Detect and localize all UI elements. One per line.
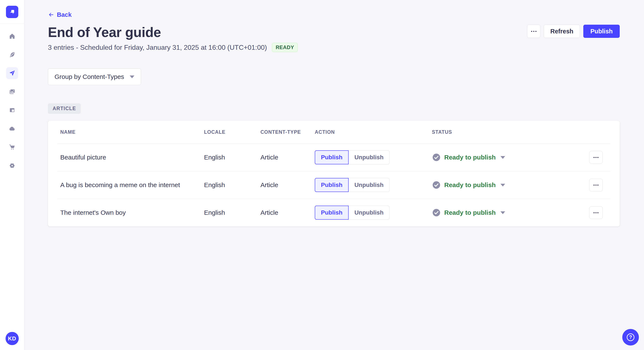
- release-details-page: KD Back End of Year guide Refresh Publis…: [0, 0, 644, 350]
- back-label: Back: [57, 11, 72, 18]
- strapi-logo[interactable]: [6, 6, 18, 18]
- question-mark-icon: ?: [627, 334, 634, 341]
- sidebar: KD: [0, 0, 24, 350]
- publish-toggle-button[interactable]: Publish: [315, 150, 348, 164]
- entry-name: A bug is becoming a meme on the internet: [60, 181, 204, 189]
- release-subtitle: 3 entries - Scheduled for Friday, Januar…: [48, 42, 267, 52]
- group-by-select[interactable]: Group by Content-Types: [48, 68, 141, 85]
- header-actions: Refresh Publish: [527, 25, 620, 38]
- entry-content-type: Article: [260, 181, 315, 189]
- back-link[interactable]: Back: [48, 11, 72, 18]
- chevron-down-icon: [130, 75, 134, 78]
- column-header-status: STATUS: [432, 129, 589, 135]
- layout-icon: [9, 107, 16, 114]
- entry-name: The internet's Own boy: [60, 209, 204, 216]
- media-icon: [9, 88, 16, 95]
- column-header-locale: LOCALE: [204, 129, 260, 135]
- sidebar-item-content-type-builder[interactable]: [6, 104, 18, 116]
- action-toggle: Publish Unpublish: [315, 206, 432, 220]
- strapi-logo-icon: [8, 8, 16, 16]
- column-header-action: ACTION: [315, 129, 432, 135]
- gear-icon: [9, 162, 16, 169]
- content-type-group-badge: ARTICLE: [48, 103, 81, 114]
- unpublish-toggle-button[interactable]: Unpublish: [348, 206, 390, 220]
- ellipsis-icon: [594, 212, 594, 213]
- check-circle-icon: [432, 153, 441, 162]
- check-circle-icon: [432, 208, 441, 217]
- table-header-row: NAME LOCALE CONTENT-TYPE ACTION STATUS: [48, 121, 620, 144]
- sidebar-item-marketplace[interactable]: [6, 141, 18, 153]
- action-toggle: Publish Unpublish: [315, 178, 432, 192]
- paper-plane-icon: [9, 70, 16, 77]
- ellipsis-icon: [594, 184, 594, 186]
- cart-icon: [9, 144, 16, 151]
- ellipsis-icon: [594, 157, 594, 158]
- action-toggle: Publish Unpublish: [315, 150, 432, 164]
- entry-status-dropdown[interactable]: Ready to publish: [432, 153, 589, 162]
- entry-locale: English: [204, 181, 260, 189]
- chevron-down-icon: [500, 211, 505, 214]
- status-label: Ready to publish: [444, 154, 496, 161]
- check-circle-icon: [432, 180, 441, 189]
- unpublish-toggle-button[interactable]: Unpublish: [348, 178, 390, 192]
- sidebar-nav: [6, 30, 18, 172]
- row-more-button[interactable]: [589, 206, 603, 219]
- row-more-button[interactable]: [589, 178, 603, 191]
- chevron-down-icon: [500, 156, 505, 159]
- ellipsis-icon: [531, 31, 532, 32]
- feather-icon: [9, 51, 16, 58]
- publish-toggle-button[interactable]: Publish: [315, 206, 348, 220]
- sidebar-item-releases[interactable]: [6, 67, 18, 79]
- chevron-down-icon: [500, 184, 505, 186]
- unpublish-toggle-button[interactable]: Unpublish: [348, 150, 390, 164]
- entry-locale: English: [204, 209, 260, 216]
- home-icon: [9, 33, 16, 39]
- sidebar-item-content-manager[interactable]: [6, 49, 18, 61]
- row-more-button[interactable]: [589, 151, 603, 164]
- table-row: A bug is becoming a meme on the internet…: [48, 171, 620, 199]
- sidebar-item-deploy[interactable]: [6, 123, 18, 135]
- publish-release-button[interactable]: Publish: [583, 25, 620, 38]
- column-header-name: NAME: [60, 129, 204, 135]
- entry-status-dropdown[interactable]: Ready to publish: [432, 208, 589, 217]
- table-row: Beautiful picture English Article Publis…: [48, 144, 620, 171]
- status-label: Ready to publish: [444, 209, 496, 216]
- table-row: The internet's Own boy English Article P…: [48, 199, 620, 226]
- entry-name: Beautiful picture: [60, 154, 204, 161]
- ready-status-badge: READY: [272, 43, 298, 52]
- sidebar-item-settings[interactable]: [6, 160, 18, 172]
- sidebar-item-media-library[interactable]: [6, 86, 18, 98]
- entry-content-type: Article: [260, 154, 315, 161]
- group-by-label: Group by Content-Types: [54, 73, 124, 80]
- entry-locale: English: [204, 154, 260, 161]
- sidebar-item-home[interactable]: [6, 30, 18, 42]
- user-avatar[interactable]: KD: [6, 332, 19, 345]
- column-header-content-type: CONTENT-TYPE: [260, 129, 315, 135]
- publish-toggle-button[interactable]: Publish: [315, 178, 348, 192]
- subtitle-row: 3 entries - Scheduled for Friday, Januar…: [48, 42, 620, 52]
- refresh-button[interactable]: Refresh: [544, 25, 580, 38]
- entry-content-type: Article: [260, 209, 315, 216]
- entries-table-card: NAME LOCALE CONTENT-TYPE ACTION STATUS B…: [48, 121, 620, 226]
- main-content: Back End of Year guide Refresh Publish 3…: [24, 0, 644, 350]
- release-more-button[interactable]: [527, 25, 540, 38]
- logo-section: [0, 0, 24, 24]
- entry-status-dropdown[interactable]: Ready to publish: [432, 180, 589, 189]
- cloud-icon: [9, 125, 16, 132]
- help-button[interactable]: ?: [622, 329, 639, 346]
- arrow-left-icon: [48, 11, 54, 18]
- status-label: Ready to publish: [444, 181, 496, 189]
